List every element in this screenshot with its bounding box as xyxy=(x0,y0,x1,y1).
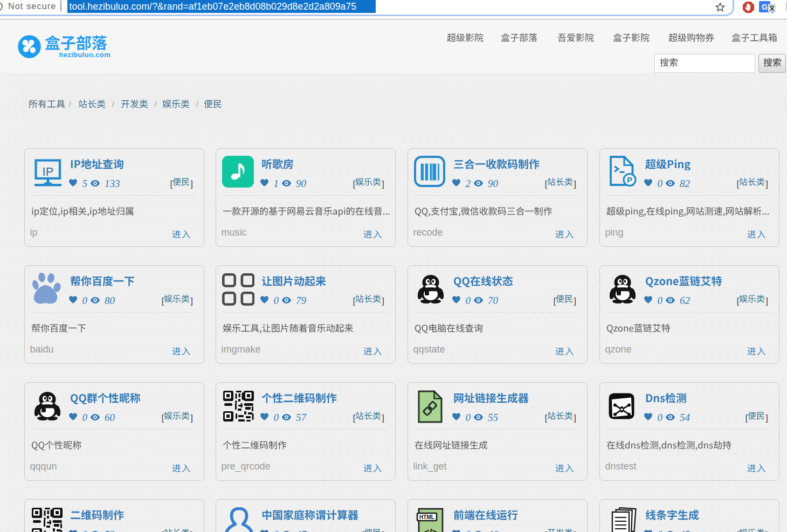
svg-text:G: G xyxy=(762,3,768,11)
svg-text:</>: </> xyxy=(424,527,438,532)
svg-text:HTML: HTML xyxy=(419,514,434,520)
svg-text:IP: IP xyxy=(43,165,54,178)
svg-text:P: P xyxy=(627,175,632,184)
